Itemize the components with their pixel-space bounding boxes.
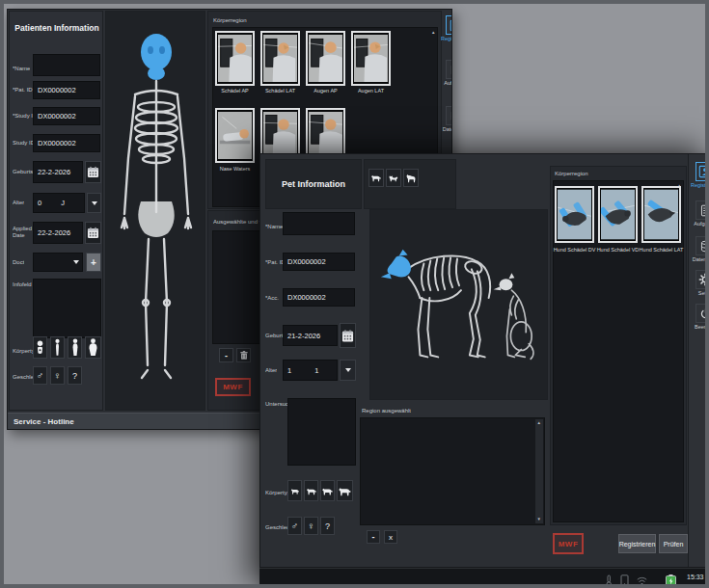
pet-size-s-button[interactable] [304,480,318,501]
pet-remove-region-button[interactable]: - [367,530,380,544]
thermometer-icon[interactable] [604,575,614,587]
body-type-baby-button[interactable] [33,336,47,359]
gender-unknown-button[interactable]: ? [68,366,82,385]
pet-acc-input[interactable]: DX0000002 [283,288,355,307]
pet-gender-male-button[interactable]: ♂ [287,517,302,535]
wifi-icon[interactable] [636,575,648,587]
body-type-large-button[interactable] [85,336,101,359]
pet-pat-id-input[interactable]: DX0000002 [283,253,355,271]
large-person-icon [86,338,100,357]
sidebar-item-aufgaben[interactable]: Aufgaben [441,60,452,86]
birthday-calendar-button[interactable] [85,161,101,183]
dog-skeleton-panel[interactable] [369,209,548,400]
human-skeleton-panel[interactable] [105,11,205,411]
battery-icon[interactable] [664,575,678,587]
species-cat-button[interactable] [386,169,401,187]
thumb-schaedel-lat[interactable] [260,31,300,86]
female-icon: ♀ [308,521,315,531]
pet-age-input[interactable]: 1 1 [283,360,338,381]
thumb-nase-waters[interactable] [215,108,255,163]
exam-scene [263,34,297,83]
thumb-label: Hund Schädel DV [552,247,597,253]
thumb-label: Augen LAT [348,88,394,94]
scroll-up-icon[interactable]: ▲ [537,421,541,426]
tasks-icon [450,64,453,76]
study-id-label: Study ID [13,140,35,146]
pet-age-dropdown-button[interactable] [340,360,356,381]
pet-gender-female-button[interactable]: ♀ [304,517,318,535]
applied-date-input[interactable]: 22-2-2026 [33,222,83,244]
male-icon: ♂ [291,521,299,531]
exam-scene [218,34,252,83]
sidebar-item-aufgaben[interactable]: Aufgaben [691,200,709,227]
clock-text: 15:33 [687,574,704,580]
pat-id-input[interactable]: DX0000002 [33,81,100,99]
human-form-panel: Patienten Information *Name *Pat. ID DX0… [9,11,103,411]
doctor-dropdown-button[interactable] [69,253,83,272]
sidebar-item-setup[interactable]: Setup [691,270,709,296]
scroll-up-icon[interactable]: ▲ [431,31,435,36]
pet-delete-region-button[interactable]: x [384,530,397,544]
sidebar-item-registrierung[interactable]: Registrierung [441,15,452,41]
pet-selected-list[interactable]: ▲ ▼ [360,417,545,525]
exam-scene [558,189,591,240]
gender-male-button[interactable]: ♂ [33,366,47,385]
sidebar-item-datenbank[interactable]: Datenbank [441,106,452,132]
thumb-label: Nase Waters [212,166,258,172]
species-horse-button[interactable] [403,169,419,187]
gender-female-button[interactable]: ♀ [50,366,65,385]
pet-name-input[interactable] [283,212,355,235]
birthday-input[interactable]: 22-2-2026 [33,161,83,183]
thumb-hund-schaedel-dv[interactable] [555,186,594,243]
age-input[interactable]: 0 J [33,193,85,213]
pet-size-xs-button[interactable] [287,480,302,501]
sidebar-item-beenden[interactable]: Beenden [691,304,709,330]
thumb-label: Hund Schädel LAT [639,247,684,253]
pet-logo-button[interactable]: MWF [553,533,584,554]
human-form-title: Patienten Information [10,23,104,33]
pet-exam-textarea[interactable] [287,398,356,466]
scrollbar[interactable]: ▲ ▼ [535,419,543,523]
applied-date-label: Applied Date [13,226,32,238]
pet-birthday-input[interactable]: 21-2-2026 [283,325,338,346]
thumb-augen-ap[interactable] [306,31,345,86]
exam-scene [309,34,342,83]
name-input[interactable] [33,54,100,76]
gear-icon [698,273,709,286]
pet-birthday-calendar-button[interactable] [340,323,356,348]
sidebar-item-datenbank[interactable]: Datenbank [691,236,709,262]
dog-skeleton-figure [370,210,547,399]
pet-gender-unknown-button[interactable]: ? [320,517,335,535]
body-type-slim-button[interactable] [50,336,65,359]
study-id-input[interactable]: DX0000002 [33,134,100,152]
pet-age-label: Alter [265,367,277,373]
register-button[interactable]: Registrieren [618,534,656,553]
add-doctor-button[interactable]: + [86,253,101,272]
age-dropdown-button[interactable] [87,193,101,213]
scroll-down-icon[interactable]: ▼ [537,518,541,522]
info-label: Infofeld [13,281,32,287]
delete-study-button[interactable] [236,348,251,362]
study-id-req-input[interactable]: DX0000002 [33,107,100,125]
body-type-normal-button[interactable] [68,336,82,359]
thumb-label: Augen AP [303,88,348,94]
device-icon[interactable] [620,575,629,587]
applied-date-calendar-button[interactable] [85,222,101,244]
horse-icon [405,173,417,184]
exam-scene [601,189,635,240]
pet-size-l-button[interactable] [337,480,353,501]
species-dog-button[interactable] [368,169,384,187]
thumb-hund-schaedel-vd[interactable] [598,186,638,243]
check-button[interactable]: Prüfen [659,534,688,553]
pet-size-m-button[interactable] [320,480,335,501]
human-logo-button[interactable]: MWF [215,378,251,396]
info-textarea[interactable] [33,279,101,338]
thumb-hund-schaedel-lat[interactable] [641,186,681,243]
thumb-schaedel-ap[interactable] [215,31,255,86]
sidebar-item-registrierung[interactable]: Registrierung [691,162,709,188]
pat-id-label: *Pat. ID [13,87,33,93]
remove-study-button[interactable]: - [219,348,233,362]
age-label: Alter [13,200,24,205]
service-hotline-text: Service - Hotline [14,417,74,426]
thumb-augen-lat[interactable] [351,31,391,86]
